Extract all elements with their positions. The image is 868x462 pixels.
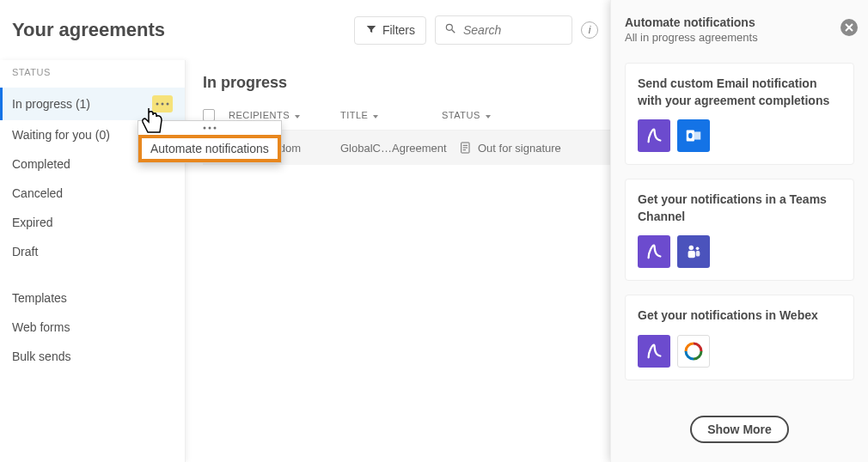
select-all-checkbox[interactable] bbox=[203, 109, 215, 121]
sort-icon bbox=[371, 111, 380, 119]
sidebar-item-expired[interactable]: Expired bbox=[0, 208, 185, 237]
sidebar-item-webforms[interactable]: Web forms bbox=[0, 313, 185, 342]
status-heading: STATUS bbox=[0, 67, 185, 88]
sort-icon bbox=[293, 111, 302, 119]
filters-button[interactable]: Filters bbox=[354, 16, 426, 45]
sidebar-item-label: Draft bbox=[12, 245, 38, 258]
svg-point-17 bbox=[689, 246, 694, 251]
sidebar-item-label: Web forms bbox=[12, 320, 70, 334]
svg-point-11 bbox=[213, 127, 216, 130]
svg-point-0 bbox=[446, 24, 452, 30]
menu-item-automate-notifications[interactable]: Automate notifications bbox=[138, 135, 281, 162]
svg-rect-16 bbox=[694, 132, 700, 140]
sidebar-item-label: Templates bbox=[12, 291, 67, 305]
panel-subtitle: All in progress agreements bbox=[625, 31, 854, 44]
svg-point-15 bbox=[688, 133, 693, 138]
sidebar-item-label: Waiting for you (0) bbox=[12, 128, 110, 142]
automation-card-teams[interactable]: Get your notifications in a Teams Channe… bbox=[625, 179, 854, 281]
search-box[interactable] bbox=[435, 15, 572, 45]
page-title: Your agreements bbox=[12, 19, 165, 41]
teams-icon[interactable] bbox=[677, 235, 710, 268]
sidebar-item-label: Bulk sends bbox=[12, 350, 70, 363]
automation-card-webex[interactable]: Get your notifications in Webex bbox=[625, 295, 854, 380]
svg-point-9 bbox=[203, 127, 205, 130]
sidebar-item-label: Completed bbox=[12, 157, 70, 171]
close-panel-button[interactable] bbox=[840, 19, 858, 36]
acrobat-icon[interactable] bbox=[638, 335, 670, 368]
filter-icon bbox=[365, 23, 377, 38]
svg-point-18 bbox=[696, 247, 700, 251]
search-input[interactable] bbox=[463, 23, 563, 37]
sidebar-item-templates[interactable]: Templates bbox=[0, 283, 185, 313]
card-title: Send custom Email notification with your… bbox=[638, 76, 841, 109]
sidebar-item-canceled[interactable]: Canceled bbox=[0, 179, 185, 208]
webex-icon[interactable] bbox=[677, 335, 710, 368]
svg-rect-20 bbox=[696, 251, 700, 256]
title-cell: GlobalC… bbox=[340, 142, 392, 155]
filters-label: Filters bbox=[382, 23, 415, 37]
automation-panel: Automate notifications All in progress a… bbox=[610, 0, 868, 462]
svg-rect-19 bbox=[688, 251, 695, 258]
sidebar-item-draft[interactable]: Draft bbox=[0, 237, 185, 266]
show-more-button[interactable]: Show More bbox=[690, 416, 789, 443]
page-header: Your agreements Filters i bbox=[0, 0, 610, 60]
sort-icon bbox=[484, 111, 492, 119]
sidebar-item-bulksends[interactable]: Bulk sends bbox=[0, 342, 185, 371]
status-cell: Out for signature bbox=[459, 141, 561, 155]
outlook-icon[interactable] bbox=[677, 119, 710, 152]
section-title: In progress bbox=[203, 74, 610, 106]
svg-line-1 bbox=[452, 30, 455, 33]
panel-title: Automate notifications bbox=[625, 15, 854, 29]
acrobat-icon[interactable] bbox=[638, 119, 670, 152]
agreement-cell: Agreement bbox=[392, 142, 459, 155]
sidebar-item-label: Canceled bbox=[12, 186, 63, 200]
card-title: Get your notifications in Webex bbox=[638, 307, 841, 325]
svg-point-10 bbox=[208, 127, 211, 130]
document-icon bbox=[459, 141, 473, 155]
search-icon bbox=[444, 22, 456, 38]
info-button[interactable]: i bbox=[581, 21, 598, 39]
col-recipients[interactable]: RECIPIENTS bbox=[229, 110, 340, 120]
col-title[interactable]: TITLE bbox=[340, 110, 442, 120]
col-status[interactable]: STATUS bbox=[442, 110, 492, 120]
status-text: Out for signature bbox=[478, 142, 561, 155]
card-title: Get your notifications in a Teams Channe… bbox=[638, 191, 841, 225]
acrobat-icon[interactable] bbox=[638, 235, 670, 268]
sidebar-item-label: In progress (1) bbox=[12, 97, 90, 111]
automation-card-email[interactable]: Send custom Email notification with your… bbox=[625, 63, 854, 165]
sidebar-item-label: Expired bbox=[12, 216, 52, 229]
cursor-pointer-icon bbox=[138, 103, 168, 134]
